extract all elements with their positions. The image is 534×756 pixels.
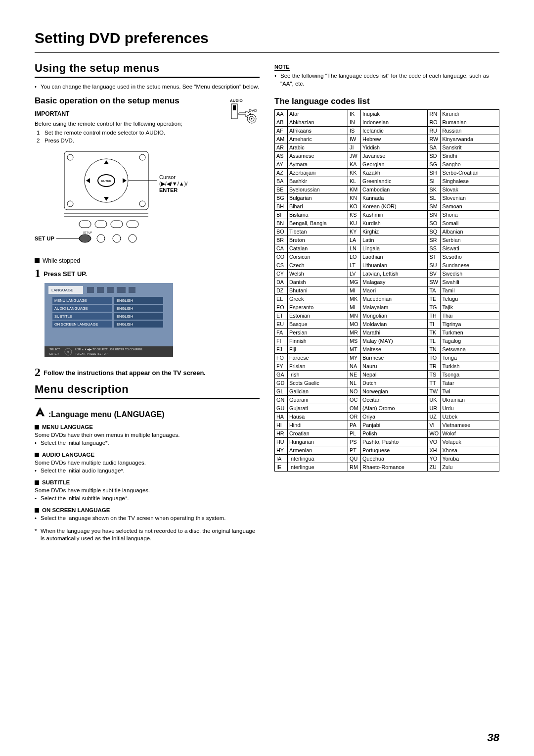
- lang-name: Esperanto: [288, 303, 348, 312]
- lang-name: Yiddish: [361, 143, 428, 152]
- lang-code: JI: [348, 143, 361, 152]
- table-row: BABashkirKLGreenlandicSISinghalese: [275, 177, 499, 186]
- lang-code: RU: [428, 127, 441, 135]
- lang-name: Ameharic: [288, 135, 348, 143]
- lang-name: Occitan: [361, 396, 428, 404]
- lang-code: ST: [428, 253, 441, 261]
- lang-code: HR: [275, 429, 288, 438]
- lang-code: MN: [348, 312, 361, 320]
- table-row: DZBhutaniMIMaoriTATamil: [275, 286, 499, 295]
- lang-name: Bulgarian: [288, 194, 348, 202]
- lang-name: Lingala: [361, 244, 428, 253]
- lang-code: LV: [348, 270, 361, 278]
- lang-name: Kirundi: [441, 110, 499, 118]
- lang-name: Volapuk: [441, 438, 499, 446]
- lang-code: RN: [428, 110, 441, 118]
- lang-code: LO: [348, 253, 361, 261]
- svg-text:(▶/◀/▼/▲)/: (▶/◀/▼/▲)/: [159, 181, 188, 187]
- svg-text:ENGLISH: ENGLISH: [117, 306, 133, 311]
- lang-name: Uzbek: [441, 413, 499, 421]
- lang-code: EU: [275, 320, 288, 329]
- table-row: GLGalicianNONorwegianTWTwi: [275, 387, 499, 396]
- lang-name: Kazakh: [361, 169, 428, 177]
- lang-name: Greenlandic: [361, 177, 428, 186]
- bullet-icon: •: [35, 83, 41, 91]
- lang-name: Frisian: [288, 362, 348, 371]
- table-row: GNGuaraniOCOccitanUKUkrainian: [275, 396, 499, 404]
- table-row: BGBulgarianKNKannadaSLSlovenian: [275, 194, 499, 202]
- lang-code: LT: [348, 261, 361, 270]
- table-row: HYArmenianPTPortugueseXHXhosa: [275, 446, 499, 455]
- lang-code: AA: [275, 110, 288, 118]
- lang-name: Hausa: [288, 413, 348, 421]
- table-row: HAHausaOROriyaUZUzbek: [275, 413, 499, 421]
- lang-code: FJ: [275, 345, 288, 354]
- lang-name: Lithuanian: [361, 261, 428, 270]
- lang-code: MT: [348, 345, 361, 354]
- lang-name: Estonian: [288, 312, 348, 320]
- lang-name: Corsican: [288, 253, 348, 261]
- lang-name: Croatian: [288, 429, 348, 438]
- table-row: BEByelorussianKMCambodianSKSlovak: [275, 186, 499, 194]
- lang-name: Breton: [288, 236, 348, 244]
- table-row: AZAzerbaijaniKKKazakhSHSerbo-Croatian: [275, 169, 499, 177]
- table-row: CACatalanLNLingalaSSSiswati: [275, 244, 499, 253]
- svg-text:AUDIO LANGUAGE: AUDIO LANGUAGE: [54, 306, 88, 311]
- lang-name: Persian: [288, 329, 348, 337]
- lang-name: Kashmiri: [361, 211, 428, 219]
- lang-code: MI: [348, 286, 361, 295]
- lang-code: EO: [275, 303, 288, 312]
- lang-code: NA: [348, 362, 361, 371]
- lang-name: Turkmen: [441, 329, 499, 337]
- svg-rect-25: [79, 221, 91, 228]
- onscreen-heading: ON SCREEN LANGUAGE: [35, 507, 260, 513]
- lang-name: Oriya: [361, 413, 428, 421]
- while-stopped: While stopped: [35, 257, 260, 264]
- menu-language-text: Some DVDs have their own menus in multip…: [35, 431, 260, 439]
- table-row: COCorsicanLOLaothianSTSesotho: [275, 253, 499, 261]
- svg-rect-26: [95, 221, 107, 228]
- lang-code: CA: [275, 244, 288, 253]
- svg-text:ENTER: ENTER: [49, 352, 59, 355]
- subtitle-heading: SUBTITLE: [35, 479, 260, 485]
- lang-name: Latin: [361, 236, 428, 244]
- lang-name: Serbo-Croatian: [441, 169, 499, 177]
- lang-name: Hebrew: [361, 135, 428, 143]
- lang-name: Indonesian: [361, 118, 428, 127]
- lang-name: Scots Gaelic: [288, 379, 348, 387]
- lang-code: WO: [428, 429, 441, 438]
- lang-code: OM: [348, 404, 361, 413]
- table-row: IAInterlinguaQUQuechuaYOYoruba: [275, 455, 499, 463]
- lang-name: Russian: [441, 127, 499, 135]
- lang-code: SK: [428, 186, 441, 194]
- lang-name: Nauru: [361, 362, 428, 371]
- svg-text:AUDIO: AUDIO: [230, 98, 243, 103]
- lang-name: Maori: [361, 286, 428, 295]
- lang-name: Zulu: [441, 463, 499, 472]
- table-row: EUBasqueMOMoldavianTITigrinya: [275, 320, 499, 329]
- lang-name: Kirghiz: [361, 228, 428, 236]
- svg-text:ENTER: ENTER: [101, 180, 112, 183]
- svg-rect-40: [97, 287, 104, 293]
- lang-code: MY: [348, 354, 361, 362]
- lang-name: Tigrinya: [441, 320, 499, 329]
- lang-code: PT: [348, 446, 361, 455]
- lang-name: Latvian, Lettish: [361, 270, 428, 278]
- lang-code: GD: [275, 379, 288, 387]
- svg-rect-2: [233, 105, 236, 110]
- lang-name: Kannada: [361, 194, 428, 202]
- lang-name: Sanskrit: [441, 143, 499, 152]
- table-row: FJFijiMTMalteseTNSetswana: [275, 345, 499, 354]
- lang-name: Inupiak: [361, 110, 428, 118]
- lang-name: Vietnamese: [441, 421, 499, 429]
- table-row: GDScots GaelicNLDutchTTTatar: [275, 379, 499, 387]
- table-row: HUHungarianPSPashto, PushtoVOVolapuk: [275, 438, 499, 446]
- lang-code: RO: [428, 118, 441, 127]
- lang-code: TE: [428, 295, 441, 303]
- lang-name: Swedish: [441, 270, 499, 278]
- lang-code: TT: [428, 379, 441, 387]
- svg-rect-43: [129, 287, 135, 293]
- lang-code: CS: [275, 261, 288, 270]
- lang-code: KO: [348, 202, 361, 211]
- table-row: BRBretonLALatinSRSerbian: [275, 236, 499, 244]
